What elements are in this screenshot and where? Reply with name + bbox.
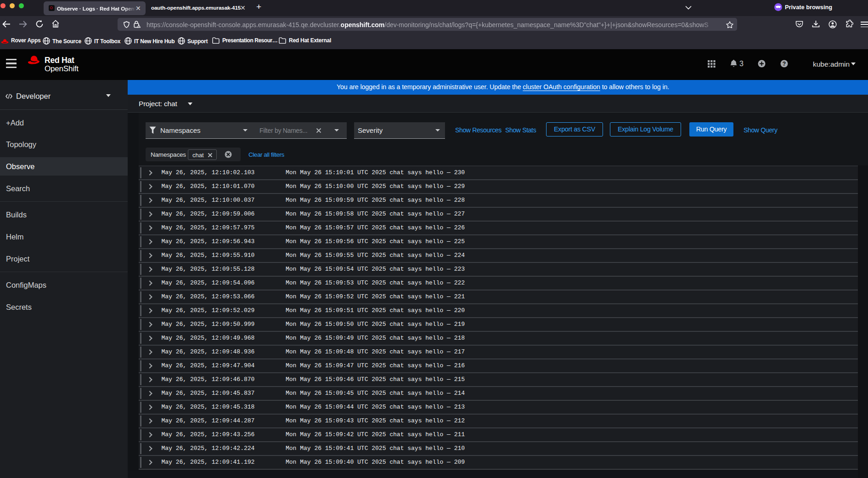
svg-text:?: ? xyxy=(783,61,786,67)
